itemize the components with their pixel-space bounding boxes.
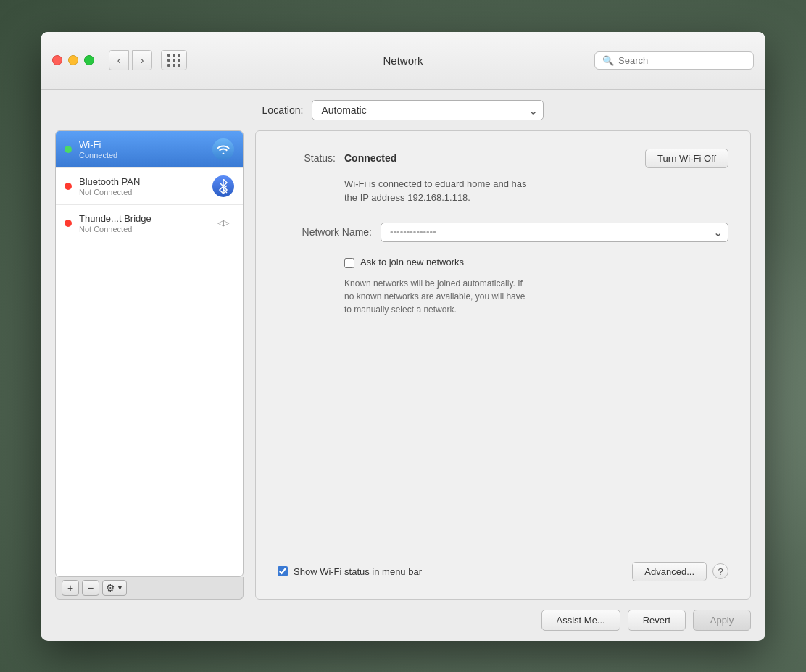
thunderbolt-item-name: Thunde...t Bridge	[79, 213, 212, 224]
thunderbolt-item-text: Thunde...t Bridge Not Connected	[79, 213, 212, 233]
status-value: Connected	[344, 152, 645, 164]
wifi-item-text: Wi-Fi Connected	[79, 139, 212, 159]
minimize-button[interactable]	[68, 55, 78, 65]
help-button[interactable]: ?	[712, 563, 728, 579]
bluetooth-item-status: Not Connected	[79, 188, 212, 196]
status-label: Status:	[278, 152, 336, 164]
traffic-lights	[52, 55, 94, 65]
show-wifi-label: Show Wi-Fi status in menu bar	[294, 566, 422, 577]
advanced-button[interactable]: Advanced...	[632, 562, 707, 581]
location-select[interactable]: Automatic	[312, 100, 544, 120]
network-window: ‹ › Network 🔍 Location: Automatic ⌄	[41, 32, 765, 641]
bottom-section: Show Wi-Fi status in menu bar Advanced..…	[278, 550, 728, 581]
network-name-row: Network Name: •••••••••••••• ⌄	[278, 223, 728, 242]
apply-button[interactable]: Apply	[693, 610, 751, 631]
ask-join-label: Ask to join new networks	[360, 257, 464, 267]
sidebar-toolbar: + − ⚙ ▼	[55, 577, 244, 600]
main-content: Wi-Fi Connected Blueto	[41, 130, 765, 600]
sidebar-list: Wi-Fi Connected Blueto	[55, 130, 244, 577]
sidebar-item-wifi[interactable]: Wi-Fi Connected	[56, 131, 243, 168]
show-wifi-row: Show Wi-Fi status in menu bar	[278, 566, 632, 577]
add-network-button[interactable]: +	[62, 580, 79, 596]
search-input[interactable]	[618, 55, 746, 66]
window-title: Network	[383, 54, 423, 67]
forward-button[interactable]: ›	[132, 50, 152, 70]
back-button[interactable]: ‹	[109, 50, 129, 70]
footer: Assist Me... Revert Apply	[41, 600, 765, 641]
location-label: Location:	[262, 104, 304, 116]
sidebar-item-bluetooth[interactable]: Bluetooth PAN Not Connected	[56, 168, 243, 205]
wifi-item-name: Wi-Fi	[79, 139, 212, 150]
gear-menu-button[interactable]: ⚙ ▼	[102, 580, 127, 596]
status-description: Wi-Fi is connected to eduard home and ha…	[344, 177, 728, 205]
network-name-label: Network Name:	[278, 226, 372, 238]
spacer	[278, 322, 728, 550]
ask-join-checkbox[interactable]	[344, 258, 354, 268]
location-bar: Location: Automatic ⌄	[41, 90, 765, 130]
thunderbolt-item-status: Not Connected	[79, 225, 212, 233]
detail-panel: Status: Connected Turn Wi-Fi Off Wi-Fi i…	[255, 130, 751, 600]
ask-join-row: Ask to join new networks	[344, 257, 728, 268]
gear-icon: ⚙	[106, 582, 115, 594]
revert-button[interactable]: Revert	[628, 610, 686, 631]
wifi-status-dot	[65, 146, 72, 153]
network-name-select-wrapper: •••••••••••••• ⌄	[381, 223, 728, 242]
bluetooth-item-name: Bluetooth PAN	[79, 176, 212, 187]
bluetooth-status-dot	[65, 183, 72, 190]
sidebar: Wi-Fi Connected Blueto	[55, 130, 244, 600]
status-row: Status: Connected Turn Wi-Fi Off	[278, 149, 728, 168]
bluetooth-item-text: Bluetooth PAN Not Connected	[79, 176, 212, 196]
apps-grid-button[interactable]	[161, 50, 187, 70]
turn-wifi-button[interactable]: Turn Wi-Fi Off	[645, 149, 728, 168]
sidebar-item-thunderbolt[interactable]: Thunde...t Bridge Not Connected ◁▷	[56, 205, 243, 241]
apps-grid-icon	[167, 54, 181, 67]
ask-join-description: Known networks will be joined automatica…	[344, 277, 728, 316]
location-select-wrapper: Automatic ⌄	[312, 100, 544, 120]
close-button[interactable]	[52, 55, 62, 65]
thunderbolt-status-dot	[65, 220, 72, 227]
wifi-item-status: Connected	[79, 151, 212, 159]
assist-me-button[interactable]: Assist Me...	[541, 610, 620, 631]
search-icon: 🔍	[602, 55, 614, 66]
thunderbolt-icon: ◁▷	[212, 212, 234, 234]
nav-buttons: ‹ ›	[109, 50, 152, 70]
network-name-select[interactable]: ••••••••••••••	[381, 223, 728, 242]
remove-network-button[interactable]: −	[82, 580, 99, 596]
show-wifi-checkbox[interactable]	[278, 566, 288, 576]
search-box[interactable]: 🔍	[594, 51, 754, 70]
bluetooth-icon	[212, 175, 234, 197]
wifi-icon	[212, 138, 234, 160]
gear-dropdown-arrow: ▼	[117, 584, 123, 592]
titlebar: ‹ › Network 🔍	[41, 32, 765, 90]
maximize-button[interactable]	[84, 55, 94, 65]
